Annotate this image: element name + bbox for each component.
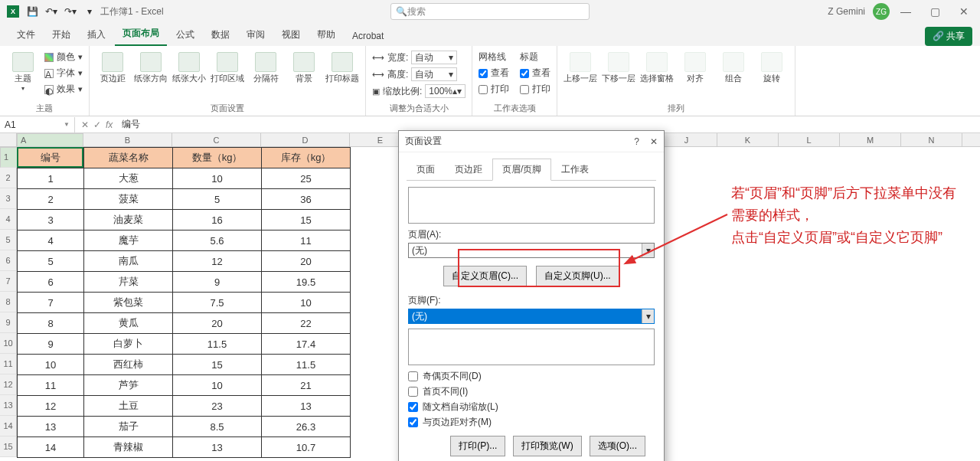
custom-header-button[interactable]: 自定义页眉(C)... [443, 266, 527, 286]
dialog-titlebar[interactable]: 页面设置 ?✕ [399, 131, 664, 152]
tab-insert[interactable]: 插入 [80, 24, 113, 46]
table-header[interactable]: 数量（kg） [173, 148, 262, 168]
tab-pagelayout[interactable]: 页面布局 [115, 22, 167, 46]
redo-icon[interactable]: ↷▾ [62, 3, 79, 20]
dlg-print-button[interactable]: 打印(P)... [450, 436, 505, 456]
odd-even-checkbox[interactable]: 奇偶页不同(D) [408, 370, 655, 383]
row-header-15[interactable]: 15 [0, 436, 17, 457]
table-row[interactable]: 14青辣椒1310.7 [18, 437, 351, 458]
qat-more-icon[interactable]: ▾ [81, 3, 98, 20]
table-row[interactable]: 11芦笋1021 [18, 375, 351, 396]
table-row[interactable]: 3油麦菜1615 [18, 210, 351, 230]
orientation-button[interactable]: 纸张方向 [134, 49, 168, 83]
col-header-C[interactable]: C [172, 133, 261, 147]
tab-file[interactable]: 文件 [9, 24, 43, 46]
col-header-K[interactable]: K [717, 133, 779, 147]
tab-formulas[interactable]: 公式 [168, 24, 202, 46]
save-icon[interactable]: 💾 [24, 3, 41, 20]
tab-home[interactable]: 开始 [44, 24, 78, 46]
col-header-M[interactable]: M [840, 133, 901, 147]
row-header-14[interactable]: 14 [0, 416, 17, 436]
search-input[interactable]: 🔍 搜索 [390, 3, 590, 20]
effects-button[interactable]: ◐效果 ▾ [44, 83, 83, 96]
scale-spinner[interactable]: ▣ 缩放比例:100%▴▾ [372, 84, 466, 98]
alignmargins-checkbox[interactable]: 与页边距对齐(M) [408, 416, 655, 429]
firstpage-checkbox[interactable]: 首页不同(I) [408, 385, 655, 398]
dlg-preview-button[interactable]: 打印预览(W) [513, 436, 581, 456]
row-header-12[interactable]: 12 [0, 374, 17, 395]
header-combo[interactable]: (无)▾ [408, 243, 655, 258]
share-button[interactable]: 🔗 共享 [925, 27, 972, 46]
themes-button[interactable]: 主题▾ [6, 49, 40, 93]
row-header-10[interactable]: 10 [0, 333, 17, 354]
formula-value[interactable]: 编号 [119, 118, 140, 131]
dlg-tab-sheet[interactable]: 工作表 [551, 159, 599, 181]
col-header-L[interactable]: L [779, 133, 840, 147]
row-header-7[interactable]: 7 [0, 271, 17, 292]
undo-icon[interactable]: ↶▾ [43, 3, 60, 20]
row-headers[interactable]: 123456789101112131415 [0, 147, 17, 457]
table-header[interactable]: 蔬菜名称 [84, 148, 173, 168]
tab-view[interactable]: 视图 [274, 24, 308, 46]
user-avatar[interactable]: ZG [873, 3, 890, 20]
printarea-button[interactable]: 打印区域 [211, 49, 244, 83]
dlg-options-button[interactable]: 选项(O)... [590, 436, 645, 456]
table-header[interactable]: 库存（kg） [262, 148, 351, 168]
name-box[interactable]: A1▼ [0, 117, 75, 132]
fonts-button[interactable]: A字体 ▾ [44, 67, 83, 80]
margins-button[interactable]: 页边距 [96, 49, 129, 83]
col-header-N[interactable]: N [901, 133, 962, 147]
table-row[interactable]: 2菠菜536 [18, 189, 351, 210]
col-header-D[interactable]: D [261, 133, 350, 147]
table-row[interactable]: 7紫包菜7.510 [18, 293, 351, 313]
grid-view-checkbox[interactable]: 查看 [479, 67, 509, 80]
width-select[interactable]: ⟷ 宽度:自动▾ [372, 51, 466, 64]
col-header-A[interactable]: A [17, 133, 83, 147]
row-header-8[interactable]: 8 [0, 292, 17, 312]
minimize-icon[interactable]: — [893, 2, 919, 21]
head-view-checkbox[interactable]: 查看 [520, 67, 550, 80]
tab-review[interactable]: 审阅 [239, 24, 273, 46]
row-header-13[interactable]: 13 [0, 395, 17, 416]
tab-acrobat[interactable]: Acrobat [345, 26, 391, 46]
size-button[interactable]: 纸张大小 [172, 49, 206, 83]
table-row[interactable]: 6芹菜919.5 [18, 272, 351, 293]
maximize-icon[interactable]: ▢ [922, 2, 948, 21]
table-row[interactable]: 12土豆2313 [18, 396, 351, 417]
col-header-J[interactable]: J [656, 133, 717, 147]
fx-icon[interactable]: fx [106, 119, 113, 130]
dialog-help-icon[interactable]: ? [634, 136, 639, 147]
footer-combo[interactable]: (无)▾ [408, 309, 655, 324]
colors-button[interactable]: 颜色 ▾ [44, 51, 83, 64]
table-row[interactable]: 13茄子8.526.3 [18, 417, 351, 437]
table-row[interactable]: 4魔芋5.611 [18, 230, 351, 251]
col-header-B[interactable]: B [83, 133, 172, 147]
table-row[interactable]: 5南瓜1220 [18, 251, 351, 272]
row-header-9[interactable]: 9 [0, 312, 17, 333]
table-row[interactable]: 1大葱1025 [18, 168, 351, 189]
close-icon[interactable]: ✕ [951, 2, 977, 21]
row-header-6[interactable]: 6 [0, 250, 17, 271]
row-header-4[interactable]: 4 [0, 209, 17, 230]
dlg-tab-headerfooter[interactable]: 页眉/页脚 [492, 159, 551, 181]
row-header-2[interactable]: 2 [0, 168, 17, 188]
table-row[interactable]: 9白萝卜11.517.4 [18, 334, 351, 355]
dlg-tab-margins[interactable]: 页边距 [445, 159, 492, 181]
row-header-5[interactable]: 5 [0, 230, 17, 250]
table-row[interactable]: 10西红柿1511.5 [18, 355, 351, 375]
scalewithdoc-checkbox[interactable]: 随文档自动缩放(L) [408, 401, 655, 414]
table-header[interactable]: 编号 [18, 148, 84, 168]
tab-help[interactable]: 帮助 [309, 24, 343, 46]
height-select[interactable]: ⟷ 高度:自动▾ [372, 67, 466, 81]
head-print-checkbox[interactable]: 打印 [520, 83, 550, 96]
dlg-tab-page[interactable]: 页面 [407, 159, 445, 181]
enter-icon[interactable]: ✓ [93, 119, 101, 130]
table-row[interactable]: 8黄瓜2022 [18, 313, 351, 334]
custom-footer-button[interactable]: 自定义页脚(U)... [536, 266, 619, 286]
col-header-O[interactable]: O [962, 133, 980, 147]
tab-data[interactable]: 数据 [204, 24, 237, 46]
grid-print-checkbox[interactable]: 打印 [479, 83, 509, 96]
breaks-button[interactable]: 分隔符 [249, 49, 283, 83]
printtitles-button[interactable]: 打印标题 [325, 49, 359, 83]
background-button[interactable]: 背景 [287, 49, 321, 83]
